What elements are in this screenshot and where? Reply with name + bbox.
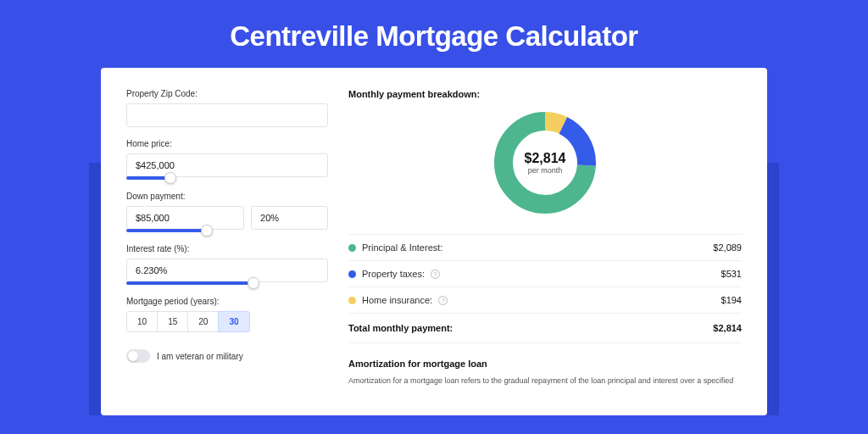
breakdown-title: Monthly payment breakdown: (348, 89, 742, 99)
amortization-text: Amortization for a mortgage loan refers … (348, 376, 742, 387)
home-price-group: Home price: (126, 139, 328, 180)
breakdown-column: Monthly payment breakdown: $2,814 per mo… (348, 89, 742, 415)
breakdown-row-taxes: Property taxes: ? $531 (348, 261, 742, 287)
down-payment-pct-input[interactable] (251, 206, 328, 230)
card-shadow-left (89, 163, 101, 415)
home-price-slider-thumb[interactable] (164, 172, 176, 184)
calculator-card: Property Zip Code: Home price: Down paym… (101, 68, 767, 415)
donut-chart-wrap: $2,814 per month (348, 109, 742, 216)
page-title: Centreville Mortgage Calculator (0, 0, 868, 68)
row-value: $531 (721, 269, 742, 279)
interest-rate-slider-thumb[interactable] (248, 277, 259, 289)
form-column: Property Zip Code: Home price: Down paym… (126, 89, 328, 415)
row-label: Property taxes: (362, 269, 425, 279)
veteran-label: I am veteran or military (157, 352, 243, 361)
period-label: Mortgage period (years): (126, 297, 328, 306)
down-payment-label: Down payment: (126, 192, 328, 201)
info-icon[interactable]: ? (431, 270, 440, 279)
period-option-10[interactable]: 10 (126, 311, 158, 332)
row-value: $2,089 (713, 242, 742, 253)
period-segmented: 10 15 20 30 (126, 311, 328, 332)
interest-rate-input[interactable] (126, 259, 328, 282)
breakdown-row-insurance: Home insurance: ? $194 (348, 287, 742, 314)
period-option-30[interactable]: 30 (218, 311, 249, 332)
row-label: Home insurance: (362, 295, 432, 305)
home-price-slider[interactable] (126, 176, 170, 180)
donut-sub: per month (528, 166, 563, 175)
zip-input[interactable] (126, 103, 328, 127)
zip-label: Property Zip Code: (126, 89, 328, 98)
interest-rate-group: Interest rate (%): (126, 244, 328, 285)
total-value: $2,814 (713, 323, 742, 333)
breakdown-total-row: Total monthly payment: $2,814 (348, 314, 742, 343)
home-price-label: Home price: (126, 139, 328, 148)
down-payment-input[interactable] (126, 206, 244, 230)
amortization-title: Amortization for mortgage loan (348, 359, 742, 369)
down-payment-slider[interactable] (126, 229, 207, 232)
period-option-20[interactable]: 20 (187, 311, 219, 332)
row-value: $194 (721, 295, 742, 305)
row-label: Principal & Interest: (362, 242, 442, 253)
dot-icon (348, 297, 356, 304)
home-price-input[interactable] (126, 153, 328, 177)
donut-center: $2,814 per month (492, 109, 598, 216)
interest-rate-label: Interest rate (%): (126, 244, 328, 253)
card-shadow-right (767, 163, 779, 415)
veteran-toggle[interactable] (126, 349, 150, 363)
total-label: Total monthly payment: (348, 323, 453, 333)
veteran-row: I am veteran or military (126, 349, 328, 363)
dot-icon (348, 270, 356, 278)
info-icon[interactable]: ? (438, 296, 448, 305)
donut-amount: $2,814 (525, 151, 566, 166)
period-option-15[interactable]: 15 (157, 311, 188, 332)
down-payment-group: Down payment: (126, 192, 328, 232)
donut-chart: $2,814 per month (492, 109, 598, 216)
period-group: Mortgage period (years): 10 15 20 30 (126, 297, 328, 332)
breakdown-row-principal: Principal & Interest: $2,089 (348, 235, 742, 261)
interest-rate-slider[interactable] (126, 281, 253, 285)
zip-group: Property Zip Code: (126, 89, 328, 127)
dot-icon (348, 244, 356, 252)
down-payment-slider-thumb[interactable] (201, 225, 213, 236)
